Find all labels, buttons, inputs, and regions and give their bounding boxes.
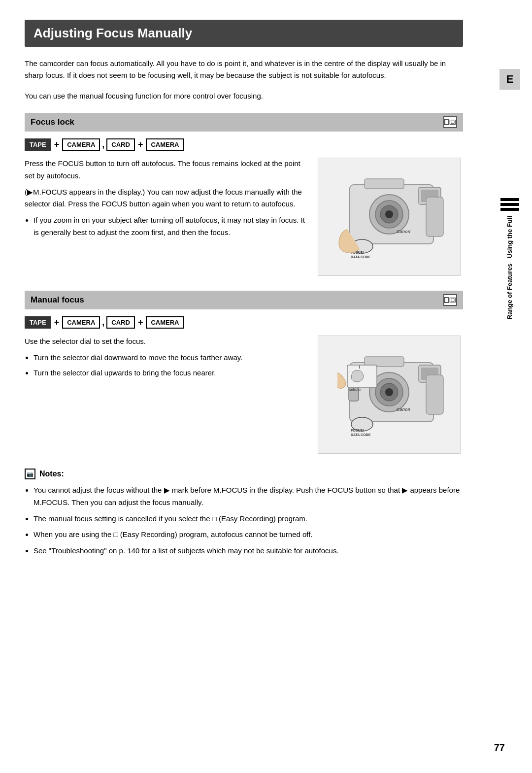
- badge-camera-3: CAMERA: [62, 316, 100, 329]
- svg-text:selector: selector: [349, 388, 362, 391]
- notes-list: You cannot adjust the focus without the …: [33, 484, 463, 557]
- notes-section: 📷 Notes: You cannot adjust the focus wit…: [25, 469, 463, 557]
- svg-text:DATA CODE: DATA CODE: [351, 433, 371, 437]
- manual-focus-text-1: Use the selector dial to set the focus.: [25, 336, 305, 348]
- svg-rect-16: [451, 299, 454, 302]
- svg-point-21: [385, 388, 393, 396]
- notes-item-2: The manual focus setting is cancelled if…: [33, 513, 463, 525]
- manual-focus-text: Use the selector dial to set the focus. …: [25, 336, 305, 454]
- page-title: Adjusting Focus Manually: [25, 20, 463, 47]
- focus-lock-text-1: Press the FOCUS button to turn off autof…: [25, 158, 305, 182]
- plus-4: +: [137, 317, 144, 328]
- camera-illustration-2: selector FOCUS/ DATA CODE Canon: [318, 336, 461, 454]
- badge-card-2: CARD: [106, 316, 135, 329]
- manual-focus-header: Manual focus: [25, 291, 463, 309]
- manual-focus-content: Use the selector dial to set the focus. …: [25, 336, 463, 454]
- svg-rect-0: [450, 120, 456, 125]
- sidebar-text-line1: Range of Features: [506, 264, 513, 319]
- intro-paragraph-2: You can use the manual focusing function…: [25, 90, 463, 102]
- focus-lock-badges: TAPE + CAMERA , CARD + CAMERA: [25, 138, 463, 151]
- sidebar-line-1: [500, 198, 519, 201]
- right-sidebar: E Range of Features Using the Full: [488, 0, 532, 773]
- svg-point-6: [385, 210, 393, 218]
- sidebar-line-2: [500, 203, 519, 206]
- svg-text:DATA CODE: DATA CODE: [351, 255, 371, 259]
- svg-text:Canon: Canon: [397, 229, 411, 234]
- intro-paragraph-1: The camcorder can focus automatically. A…: [25, 58, 463, 81]
- manual-focus-list: Turn the selector dial downward to move …: [33, 352, 305, 379]
- sidebar-vertical-text-container: Range of Features Using the Full: [500, 198, 519, 319]
- badge-tape-1: TAPE: [25, 138, 51, 151]
- comma-1: ,: [102, 139, 104, 150]
- sidebar-letter: E: [499, 69, 520, 90]
- badge-camera-1: CAMERA: [62, 138, 100, 151]
- plus-2: +: [137, 139, 144, 150]
- notes-title-row: 📷 Notes:: [25, 469, 463, 479]
- badge-camera-2: CAMERA: [146, 138, 184, 151]
- notes-item-4: See "Troubleshooting" on p. 140 for a li…: [33, 545, 463, 557]
- svg-rect-9: [365, 179, 404, 189]
- focus-lock-title: Focus lock: [31, 117, 74, 127]
- manual-focus-badges: TAPE + CAMERA , CARD + CAMERA: [25, 316, 463, 329]
- page-container: Adjusting Focus Manually The camcorder c…: [0, 0, 532, 773]
- svg-rect-15: [450, 298, 456, 302]
- notes-icon: 📷: [25, 469, 35, 479]
- notes-title-text: Notes:: [39, 470, 64, 478]
- focus-lock-text: Press the FOCUS button to turn off autof…: [25, 158, 305, 276]
- svg-text:FOCUS/: FOCUS/: [351, 429, 364, 432]
- camera-illustration-1: FOCUS/ DATA CODE Canon: [318, 158, 461, 276]
- manual-focus-image: selector FOCUS/ DATA CODE Canon: [315, 336, 463, 454]
- focus-lock-content: Press the FOCUS button to turn off autof…: [25, 158, 463, 276]
- manual-focus-bullet-1: Turn the selector dial downward to move …: [33, 352, 305, 364]
- badge-tape-2: TAPE: [25, 316, 51, 329]
- plus-3: +: [53, 317, 61, 328]
- notes-item-1: You cannot adjust the focus without the …: [33, 484, 463, 509]
- focus-lock-header: Focus lock: [25, 113, 463, 132]
- comma-2: ,: [102, 317, 104, 328]
- badge-card-1: CARD: [106, 138, 135, 151]
- sidebar-lines: [500, 198, 519, 211]
- manual-focus-title: Manual focus: [31, 295, 84, 305]
- sidebar-text-line2: Using the Full: [506, 216, 513, 258]
- sidebar-vertical-text: Range of Features Using the Full: [506, 216, 514, 319]
- focus-lock-image: FOCUS/ DATA CODE Canon: [315, 158, 463, 276]
- badge-camera-4: CAMERA: [146, 316, 184, 329]
- manual-focus-bullet-2: Turn the selector dial upwards to bring …: [33, 367, 305, 379]
- plus-1: +: [53, 139, 61, 150]
- svg-rect-25: [426, 375, 443, 414]
- focus-lock-list: If you zoom in on your subject after tur…: [33, 214, 305, 239]
- manual-focus-icon: [443, 294, 457, 306]
- focus-lock-icon: [443, 116, 457, 128]
- focus-lock-bullet-1: If you zoom in on your subject after tur…: [33, 214, 305, 239]
- svg-text:Canon: Canon: [397, 407, 411, 412]
- svg-rect-10: [426, 197, 443, 236]
- notes-item-3: When you are using the □ (Easy Recording…: [33, 529, 463, 541]
- svg-rect-1: [451, 121, 454, 124]
- main-content: Adjusting Focus Manually The camcorder c…: [0, 0, 488, 773]
- focus-lock-text-2: (▶M.FOCUS appears in the display.) You c…: [25, 186, 305, 211]
- sidebar-line-3: [500, 208, 519, 211]
